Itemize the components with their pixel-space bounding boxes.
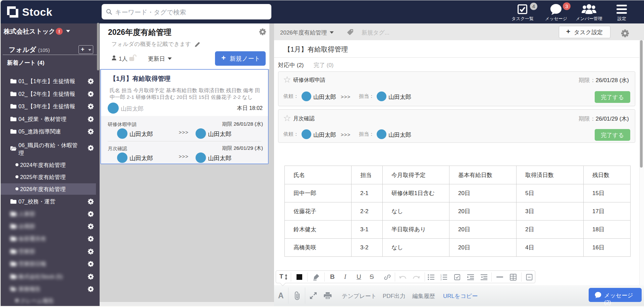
svg-text:3: 3 — [440, 278, 442, 281]
